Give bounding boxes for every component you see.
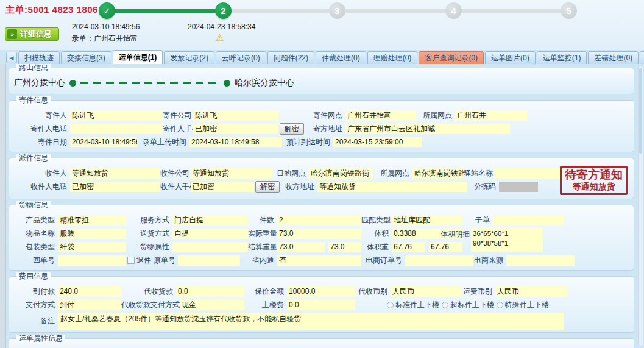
left-collapse-strip [0,64,6,348]
subbill-field[interactable] [493,215,564,225]
standard-floor-radio[interactable] [387,302,394,308]
special-floor-radio[interactable] [497,302,503,308]
service-mode-field[interactable]: 门店自提 [172,215,248,225]
sender-date-field[interactable]: 2024-03-10 18:49:56 [70,137,137,147]
tab-problem-piece[interactable]: 问题件(22) [267,51,314,64]
sender-owner-branch-field[interactable]: 广州石井 [455,110,527,121]
tab-waybill-info[interactable]: 运单信息(1) [113,50,163,64]
volume-detail-field[interactable]: 36*65*60*190*38*58*1 [471,227,543,252]
insured-amount-field[interactable]: 10000.0 [287,286,355,297]
tab-waybill-images[interactable]: 运单图片(0) [485,51,536,64]
sender-company-field[interactable]: 陈进飞 [193,110,278,121]
collect-currency-field[interactable]: 人民币 [391,286,461,297]
cargo-row-4: 回单号 退件 原单号 省内通 否 电商订单号 电商来源 [9,254,634,267]
master-waybill-number: 主单:5001 4823 1806 [5,4,98,16]
tab-scroll-left-icon[interactable]: ◀ [6,52,17,63]
detail-info-button[interactable]: » 详细信息 [5,27,59,41]
sender-upload-time-label: 录单上传时间 [137,137,189,147]
sender-company-label: 寄件公司 [163,110,193,121]
receipt-no-field[interactable] [58,255,126,266]
province-express-label: 省内通 [248,255,277,266]
original-no-field[interactable] [178,255,240,266]
ecom-order-field[interactable] [405,255,473,266]
step-3-number: 3 [334,5,339,16]
fees-row-1: 到付款 240.0 代收货款 0.0 保价金额 10000.0 代收币别 人民币… [9,285,634,298]
sender-row-1: 寄件人 陈进飞 寄件公司 陈进飞 寄件网点 广州石井怡富 所属网点 广州石井 [9,108,634,122]
receiver-info-title: 派件信息 [16,154,51,162]
tab-release-record[interactable]: 发放记录(2) [164,51,214,64]
product-type-field[interactable]: 精准零担 [58,215,126,225]
tab-customer-query-record[interactable]: 客户查询记录(0) [419,51,484,64]
volume-detail-label: 体积明细 [441,227,471,240]
actual-weight-field[interactable]: 73.0 [277,229,361,239]
warning-icon: ⚠ [216,33,224,42]
receiver-mobile-field[interactable]: 已加密 [191,182,254,192]
step-1-check: ✓ [99,2,115,19]
floor-fee-field[interactable]: 0.0 [287,300,355,310]
sender-date-label: 寄件日期 [13,137,70,147]
settle-weight-field-2[interactable]: 73.0 [328,242,361,252]
package-type-field[interactable]: 纤袋 [58,242,126,252]
pieces-field[interactable]: 2 [277,215,361,225]
step-1-time: 2024-03-10 18:49:56 [72,23,140,31]
stamp-line-1: 待寄方通知 [565,168,623,182]
receiver-decrypt-button[interactable]: 解密 [255,181,280,193]
match-type-label: 匹配类型 [361,215,392,225]
scrollbar-thumb[interactable] [639,68,642,154]
tab-arbitration[interactable]: 仲裁处理(0) [316,51,366,64]
tab-handover-info[interactable]: 交接信息(3) [61,51,111,64]
vertical-scrollbar[interactable] [638,66,643,346]
fees-info-title: 费用信息 [16,272,51,280]
volume-detail-line-2: 90*38*58*1 [473,240,508,247]
freight-currency-label: 运费币别 [461,286,495,297]
receiver-phone-field[interactable]: 已加密 [70,182,160,192]
freight-currency-field[interactable]: 人民币 [495,286,567,297]
receiver-owner-branch-field[interactable]: 哈尔滨南岗铁路街 [412,168,464,179]
tab-cloud-call-record[interactable]: 云呼记录(0) [216,51,266,64]
receiver-row-1: 收件人 等通知放货 收件公司 等通知放货 目的网点 哈尔滨南岗铁路街 所属网点 … [9,166,634,180]
collect-amount-field[interactable]: 0.0 [176,286,244,297]
collect-pay-method-field[interactable]: 现金 [180,300,244,310]
sender-upload-time-field[interactable]: 2024-03-10 18:49:58 [189,137,282,147]
route-to: 哈尔滨分拨中心 [235,77,294,88]
receiver-dest-branch-field[interactable]: 哈尔滨南岗铁路街 [309,168,372,179]
pay-method-field[interactable]: 到付 [58,300,121,310]
station-name-field[interactable] [494,168,562,179]
sender-name-field[interactable]: 陈进飞 [70,110,163,121]
sender-phone-field[interactable] [70,124,163,134]
sender-phone-label: 寄件人电话 [13,124,70,134]
sender-decrypt-button[interactable]: 解密 [280,123,304,135]
sender-info-section: 寄件信息 寄件人 陈进飞 寄件公司 陈进飞 寄件网点 广州石井怡富 所属网点 广… [9,100,634,152]
province-express-field[interactable]: 否 [277,255,361,266]
receiver-address-label: 收方地址 [281,182,317,192]
sender-eta-field[interactable]: 2024-03-15 23:59:00 [333,137,422,147]
item-name-field[interactable]: 服装 [58,229,126,239]
settle-weight-field[interactable]: 73.0 [277,242,325,252]
return-checkbox[interactable] [127,257,135,264]
volume-detail-line-1: 36*65*60*1 [473,230,508,237]
sender-mobile-field[interactable]: 已加密 [193,124,278,134]
floor-radio-group: 标准件上下楼 超标件上下楼 特殊件上下楼 [387,300,551,310]
master-number: 5001 4823 1806 [28,4,98,15]
ecom-source-label: 电商来源 [473,255,506,266]
receiver-address-field[interactable]: 等通知放货 [317,182,467,192]
cod-pay-field[interactable]: 240.0 [58,286,121,297]
receiver-name-field[interactable]: 等通知放货 [70,168,160,179]
tab-work-order[interactable]: 工单处 [640,51,644,64]
tab-waybill-monitor[interactable]: 运单监控(1) [537,51,587,64]
sender-branch-field[interactable]: 广州石井怡富 [345,110,416,121]
receiver-company-field[interactable]: 等通知放货 [191,168,272,179]
sender-address-field[interactable]: 广东省广州市白云区礼加诚 [345,124,510,134]
volume-weight-field[interactable]: 67.76 [392,242,425,252]
delivery-mode-field[interactable]: 自提 [172,229,248,239]
cargo-attribute-field[interactable] [172,242,248,252]
tab-scan-trace[interactable]: 扫描轨迹 [18,51,60,64]
ecom-source-field[interactable] [506,255,575,266]
station-name-label: 驿站名称 [464,168,494,179]
tab-claims[interactable]: 理赔处理(0) [367,51,418,64]
oversize-floor-radio[interactable] [442,302,448,308]
tab-error-handling[interactable]: 差错处理(0) [588,51,639,64]
match-type-field[interactable]: 地址库匹配 [392,215,462,225]
check-icon: ✓ [103,5,111,16]
remark-field[interactable]: 赵女士/礼桑艺春夏（205件）等通知放货沈玉婷有代收货款，不能私自验货 [58,313,564,330]
